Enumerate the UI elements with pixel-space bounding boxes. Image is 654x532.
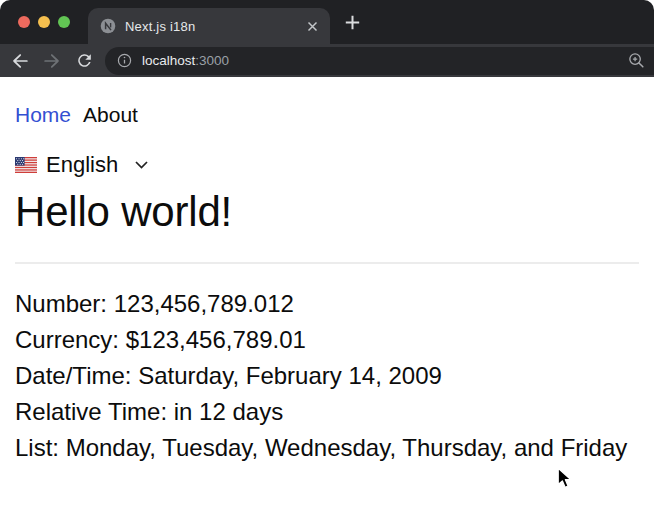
- tab-close-icon[interactable]: [304, 18, 320, 34]
- forward-button[interactable]: [38, 47, 66, 75]
- favicon-nextjs-icon: [100, 18, 116, 34]
- formatted-values: Number: 123,456,789.012 Currency: $123,4…: [15, 291, 639, 460]
- divider: [15, 262, 639, 264]
- page-title: Hello world!: [15, 188, 639, 236]
- back-arrow-icon: [9, 50, 31, 72]
- plus-icon: [345, 15, 360, 30]
- url-host: localhost: [142, 53, 195, 68]
- currency-line: Currency: $123,456,789.01: [15, 327, 639, 352]
- list-line: List: Monday, Tuesday, Wednesday, Thursd…: [15, 435, 639, 460]
- browser-tab-bar: Next.js i18n: [0, 0, 654, 44]
- back-button[interactable]: [6, 47, 34, 75]
- number-line: Number: 123,456,789.012: [15, 291, 639, 316]
- reload-icon: [75, 51, 94, 70]
- nav-link-home[interactable]: Home: [15, 103, 71, 127]
- zoom-in-icon[interactable]: [627, 51, 646, 70]
- page-content: Home About English: [0, 103, 654, 460]
- new-tab-button[interactable]: [340, 10, 364, 34]
- minimize-window-button[interactable]: [38, 16, 50, 28]
- browser-tab[interactable]: Next.js i18n: [88, 8, 330, 44]
- datetime-line: Date/Time: Saturday, February 14, 2009: [15, 363, 639, 388]
- tab-title: Next.js i18n: [125, 19, 304, 34]
- language-label: English: [46, 152, 118, 177]
- site-nav: Home About: [15, 103, 639, 127]
- url-text[interactable]: localhost:3000: [142, 53, 229, 68]
- window-controls: [18, 16, 70, 28]
- relative-time-line: Relative Time: in 12 days: [15, 399, 639, 424]
- fullscreen-window-button[interactable]: [58, 16, 70, 28]
- mouse-cursor: [557, 467, 574, 494]
- nav-link-about[interactable]: About: [83, 103, 138, 127]
- chevron-down-icon: [134, 160, 149, 170]
- us-flag-icon: [15, 157, 37, 173]
- close-window-button[interactable]: [18, 16, 30, 28]
- forward-arrow-icon: [41, 50, 63, 72]
- address-bar[interactable]: localhost:3000: [105, 47, 654, 75]
- browser-toolbar: localhost:3000: [0, 44, 654, 77]
- language-selector[interactable]: English: [15, 152, 149, 177]
- reload-button[interactable]: [70, 47, 98, 75]
- url-port: :3000: [195, 53, 229, 68]
- site-info-icon[interactable]: [116, 52, 133, 69]
